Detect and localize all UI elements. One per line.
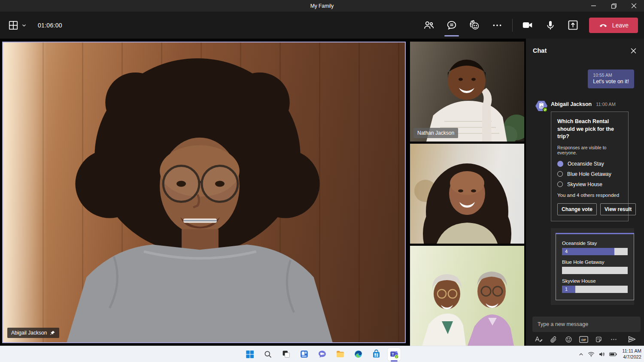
microphone-button[interactable] <box>541 15 560 35</box>
result-vote-count: 1 <box>562 286 575 293</box>
edge-button[interactable] <box>352 348 365 361</box>
file-explorer-icon <box>336 350 345 359</box>
close-button[interactable] <box>624 0 644 12</box>
result-item: Skyview House 1 <box>562 278 628 293</box>
task-view-button[interactable] <box>279 348 292 361</box>
title-bar: My Family <box>0 0 644 12</box>
main-video-tile[interactable]: Abigail Jackson <box>2 42 406 343</box>
teams-button[interactable]: T <box>388 348 401 361</box>
message-text: Let's vote on it! <box>593 78 629 84</box>
microphone-icon <box>545 20 556 31</box>
emoji-button[interactable] <box>563 335 574 343</box>
result-item: Oceanside Stay 4 <box>562 241 628 255</box>
poll-option-label: Blue Hole Getaway <box>567 171 611 177</box>
chat-panel-title: Chat <box>533 47 631 54</box>
people-button[interactable] <box>419 15 439 35</box>
thumbnail-name-pill: Nathan Jackson <box>413 128 458 138</box>
minimize-button[interactable] <box>583 0 604 12</box>
poll-option-radio-0[interactable] <box>557 161 563 167</box>
thumbnail-strip: Nathan Jackson <box>410 42 524 348</box>
main-video-name-pill: Abigail Jackson <box>7 328 59 338</box>
camera-button[interactable] <box>518 15 538 35</box>
poll-option-2[interactable]: Skyview House <box>557 181 622 187</box>
send-button[interactable] <box>627 335 637 343</box>
sticker-button[interactable] <box>593 335 604 343</box>
start-button[interactable] <box>243 348 256 361</box>
tray-chevron-up-icon[interactable] <box>578 352 584 357</box>
poll-responded-note: You and 4 others responded <box>557 193 622 198</box>
clock[interactable]: 11:11 AM 4/7/2022 <box>621 348 641 360</box>
message-input[interactable] <box>532 317 641 332</box>
poll-options: Oceanside Stay Blue Hole Getaway Skyview… <box>557 161 622 187</box>
video-thumbnail-woman[interactable] <box>410 144 524 244</box>
restore-icon <box>611 3 617 9</box>
restore-button[interactable] <box>604 0 624 12</box>
share-screen-icon <box>567 19 579 31</box>
result-item: Blue Hole Getaway <box>562 259 628 274</box>
main-video-name: Abigail Jackson <box>11 330 47 336</box>
send-icon <box>628 335 636 344</box>
svg-text:GIF: GIF <box>581 338 586 341</box>
teams-call-window: My Family 01:06:00 <box>0 0 644 362</box>
volume-icon[interactable] <box>598 351 605 357</box>
share-screen-button[interactable] <box>563 15 583 35</box>
result-bar-fill: 4 <box>562 248 614 255</box>
received-message: Abigail Jackson 11:00 AM Which Beach Ren… <box>535 100 634 221</box>
more-options-button[interactable] <box>487 15 507 35</box>
emoji-icon <box>565 336 572 343</box>
gif-button[interactable]: GIF <box>578 335 589 343</box>
result-vote-count: 4 <box>562 248 614 255</box>
sent-message-bubble[interactable]: 10:55 AM Let's vote on it! <box>588 69 634 88</box>
widgets-button[interactable] <box>298 348 310 361</box>
camera-icon <box>522 19 533 31</box>
window-title: My Family <box>310 3 334 9</box>
sticker-icon <box>595 336 602 343</box>
thumbnail-portrait <box>410 42 524 142</box>
video-thumbnail-couple[interactable] <box>410 246 524 346</box>
search-button[interactable] <box>261 348 274 361</box>
result-bar-track <box>562 267 628 274</box>
format-button[interactable] <box>533 335 544 343</box>
poll-option-label: Skyview House <box>567 181 602 187</box>
search-icon <box>264 350 272 359</box>
poll-option-radio-2[interactable] <box>557 181 563 187</box>
compose-more-button[interactable] <box>608 335 619 343</box>
result-label: Skyview House <box>562 278 628 284</box>
system-tray: 11:11 AM 4/7/2022 <box>578 346 641 362</box>
thumbnail-portrait <box>410 246 524 346</box>
attach-icon <box>550 336 557 343</box>
wifi-icon[interactable] <box>588 351 595 357</box>
thumbnail-portrait <box>410 144 524 244</box>
chat-close-button[interactable] <box>631 48 636 54</box>
file-explorer-button[interactable] <box>334 348 346 361</box>
video-thumbnail-nathan[interactable]: Nathan Jackson <box>410 42 524 142</box>
chat-app-button[interactable] <box>316 348 328 361</box>
poll-option-1[interactable]: Blue Hole Getaway <box>557 171 622 177</box>
view-result-button[interactable]: View result <box>600 203 636 215</box>
result-bar-fill: 1 <box>562 286 575 293</box>
attach-button[interactable] <box>548 335 559 343</box>
chat-panel: Chat 10:55 AM Let's vote on it! <box>526 39 644 346</box>
poll-option-radio-1[interactable] <box>557 171 563 177</box>
taskbar-app-icons: T <box>243 348 401 361</box>
svg-text:T: T <box>392 352 395 356</box>
store-icon <box>372 350 381 359</box>
view-switcher-button[interactable] <box>6 18 28 33</box>
store-button[interactable] <box>370 348 383 361</box>
call-timer: 01:06:00 <box>38 22 62 29</box>
gif-icon: GIF <box>579 336 588 343</box>
message-composer: GIF <box>526 313 644 346</box>
change-vote-button[interactable]: Change vote <box>557 203 597 215</box>
reactions-button[interactable] <box>465 15 484 35</box>
battery-icon[interactable] <box>609 352 617 357</box>
poll-option-0[interactable]: Oceanside Stay <box>557 161 622 167</box>
hang-up-icon <box>598 21 608 30</box>
edge-icon <box>354 350 363 359</box>
result-bar-track: 1 <box>562 286 628 293</box>
leave-button[interactable]: Leave <box>589 18 638 33</box>
widgets-icon <box>300 350 309 359</box>
main-video-portrait <box>3 42 405 342</box>
chat-button[interactable] <box>442 15 462 35</box>
teams-icon: T <box>389 350 399 359</box>
clock-date: 4/7/2022 <box>622 354 641 360</box>
